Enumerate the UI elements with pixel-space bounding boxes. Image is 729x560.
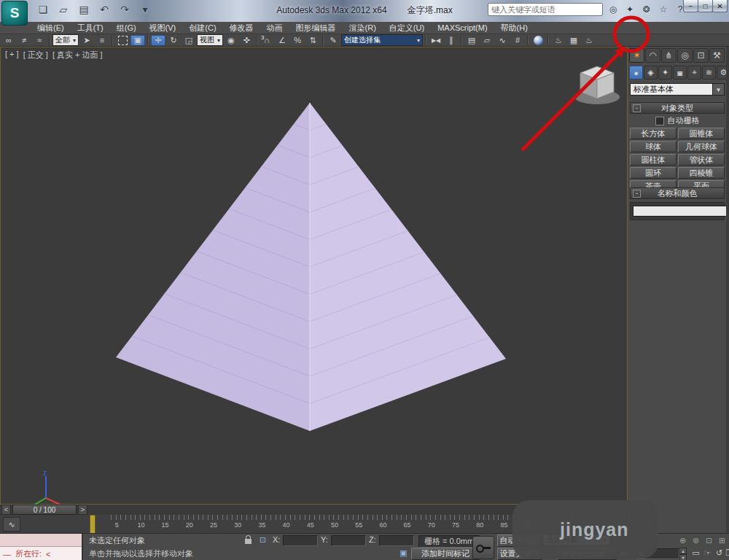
pyramid-button[interactable]: 四棱锥 xyxy=(678,167,725,179)
name-color-rollout-header[interactable]: - 名称和颜色 xyxy=(630,187,725,199)
menu-item-views[interactable]: 视图(V) xyxy=(143,22,183,34)
set-keys-button[interactable] xyxy=(472,536,494,559)
save-file-icon[interactable]: ▤ xyxy=(76,2,92,17)
maxscript-mini-listener[interactable]: — 所在行: < xyxy=(0,534,83,560)
window-crossing-toggle-icon[interactable]: ▣ xyxy=(130,35,145,46)
spinner-down-icon[interactable]: ▾ xyxy=(679,554,687,560)
rendered-frame-window-icon[interactable]: ▦ xyxy=(566,35,581,46)
snap-toggle-3d-icon[interactable]: 3∩ xyxy=(260,35,274,46)
tab-modify[interactable]: ◠ xyxy=(645,48,660,63)
new-file-icon[interactable]: ❏ xyxy=(35,2,51,17)
render-setup-icon[interactable]: ♨ xyxy=(551,35,566,46)
tab-create[interactable]: ✶ xyxy=(629,48,644,63)
menu-item-maxscript[interactable]: MAXScript(M) xyxy=(431,22,494,34)
bind-to-spacewarp-icon[interactable]: ≈ xyxy=(32,35,47,46)
menu-item-help[interactable]: 帮助(H) xyxy=(494,22,534,34)
mirror-icon[interactable]: ▶◀ xyxy=(429,35,443,46)
render-production-icon[interactable]: ♨ xyxy=(582,35,596,46)
select-by-name-icon[interactable]: ≡ xyxy=(95,35,109,46)
align-icon[interactable]: ∥ xyxy=(444,35,459,46)
object-type-rollout-header[interactable]: - 对象类型 xyxy=(630,102,725,114)
menu-item-modifiers[interactable]: 修改器 xyxy=(223,22,260,34)
perspective-viewport[interactable]: [ + ] [ 正交 ] [ 真实 + 边面 ] z x y xyxy=(0,47,628,505)
add-time-tag-button[interactable]: 添加时间标记 xyxy=(411,548,480,560)
panel-scrollbar[interactable] xyxy=(726,47,729,533)
reference-coordinate-dropdown[interactable]: 视图▾ xyxy=(197,34,223,46)
subscription-key-icon[interactable]: ✦ xyxy=(623,3,636,16)
curve-editor-icon[interactable]: ∿ xyxy=(495,35,510,46)
maximize-viewport-icon[interactable]: ❒ xyxy=(723,548,729,559)
autogrid-checkbox[interactable] xyxy=(655,117,664,125)
select-and-manipulate-icon[interactable]: ✜ xyxy=(239,35,254,46)
category-helpers[interactable]: ⌖ xyxy=(687,66,701,79)
select-and-scale-icon[interactable]: ◲ xyxy=(182,35,196,46)
tab-motion[interactable]: ◎ xyxy=(677,48,693,63)
listener-pane[interactable]: — 所在行: < xyxy=(0,547,82,560)
geosphere-button[interactable]: 几何球体 xyxy=(678,141,725,152)
select-and-link-icon[interactable]: ∞ xyxy=(1,35,16,46)
favorites-icon[interactable]: ☆ xyxy=(657,3,670,16)
category-shapes[interactable]: ◈ xyxy=(644,66,658,79)
edit-named-selection-sets-icon[interactable]: ✎ xyxy=(326,35,340,46)
zoom-icon[interactable]: ⊕ xyxy=(677,535,689,546)
rectangular-selection-region-icon[interactable] xyxy=(115,35,130,46)
menu-item-edit[interactable]: 编辑(E) xyxy=(31,22,71,34)
category-geometry[interactable]: ● xyxy=(629,66,643,79)
next-frame-button[interactable]: > xyxy=(78,505,87,515)
primitive-category-dropdown[interactable]: 标准基本体 ▾ xyxy=(630,83,725,96)
previous-frame-button[interactable]: < xyxy=(1,505,11,515)
pyramid-object[interactable] xyxy=(1,47,627,504)
redo-icon[interactable]: ↷ xyxy=(117,2,133,17)
box-button[interactable]: 长方体 xyxy=(630,128,677,139)
spinner-snap-icon[interactable]: ⇅ xyxy=(305,35,320,46)
graphite-ribbon-icon[interactable]: ▱ xyxy=(480,35,494,46)
menu-item-tools[interactable]: 工具(T) xyxy=(71,22,110,34)
schematic-view-icon[interactable]: # xyxy=(510,35,525,46)
cylinder-button[interactable]: 圆柱体 xyxy=(630,154,677,166)
y-coordinate-field[interactable] xyxy=(331,535,366,546)
category-cameras[interactable]: ◙ xyxy=(673,66,687,79)
zoom-extents-icon[interactable]: ⊡ xyxy=(703,535,715,546)
listener-scroll-icon[interactable]: < xyxy=(46,550,50,559)
close-button[interactable]: ✕ xyxy=(712,0,728,12)
tab-display[interactable]: ⊡ xyxy=(693,48,709,63)
menu-item-rendering[interactable]: 渲染(R) xyxy=(343,22,383,34)
zoom-region-icon[interactable]: ▭ xyxy=(690,548,702,559)
communication-center-icon[interactable]: ❂ xyxy=(640,3,653,16)
object-name-input[interactable] xyxy=(633,206,729,217)
menu-item-customize[interactable]: 自定义(U) xyxy=(383,22,431,34)
angle-snap-icon[interactable]: ∠ xyxy=(275,35,289,46)
cone-button[interactable]: 圆锥体 xyxy=(678,128,725,139)
z-coordinate-field[interactable] xyxy=(379,535,414,546)
select-and-rotate-icon[interactable]: ↻ xyxy=(166,35,181,46)
search-input[interactable] xyxy=(488,3,603,16)
search-icon[interactable]: ◎ xyxy=(607,3,620,16)
qat-customize-icon[interactable]: ▾ xyxy=(137,2,153,17)
macro-recorder-pane[interactable] xyxy=(0,534,82,547)
zoom-extents-all-icon[interactable]: ⊞ xyxy=(716,535,728,546)
selection-lock-icon[interactable] xyxy=(245,537,252,545)
frame-spinner[interactable]: ▴ ▾ xyxy=(679,548,687,559)
menu-item-animation[interactable]: 动画 xyxy=(260,22,289,34)
unlink-selection-icon[interactable]: ≠ xyxy=(17,35,31,46)
category-spacewarps[interactable]: ≋ xyxy=(702,66,716,79)
pan-icon[interactable]: ☞ xyxy=(701,548,714,559)
menu-item-graph-editors[interactable]: 图形编辑器 xyxy=(289,22,343,34)
menu-item-group[interactable]: 组(G) xyxy=(110,22,143,34)
spinner-up-icon[interactable]: ▴ xyxy=(679,548,687,554)
zoom-all-icon[interactable]: ⊛ xyxy=(690,535,702,546)
application-menu-button[interactable]: S xyxy=(1,1,28,26)
time-slider-handle[interactable]: 0 / 100 xyxy=(12,505,77,515)
tab-utilities[interactable]: ⚒ xyxy=(709,48,725,63)
open-file-icon[interactable]: ▱ xyxy=(55,2,71,17)
minimize-button[interactable]: − xyxy=(683,0,698,12)
undo-icon[interactable]: ↶ xyxy=(96,2,112,17)
selection-filter-dropdown[interactable]: 全部▾ xyxy=(52,34,79,46)
percent-snap-icon[interactable]: % xyxy=(290,35,305,46)
open-mini-curve-editor-icon[interactable]: ∿ xyxy=(3,517,20,532)
torus-button[interactable]: 圆环 xyxy=(630,167,677,179)
select-and-move-icon[interactable]: ✛ xyxy=(151,35,165,46)
maximize-button[interactable]: □ xyxy=(698,0,713,12)
material-editor-icon[interactable] xyxy=(531,35,545,46)
use-pivot-center-icon[interactable]: ◉ xyxy=(224,35,238,46)
